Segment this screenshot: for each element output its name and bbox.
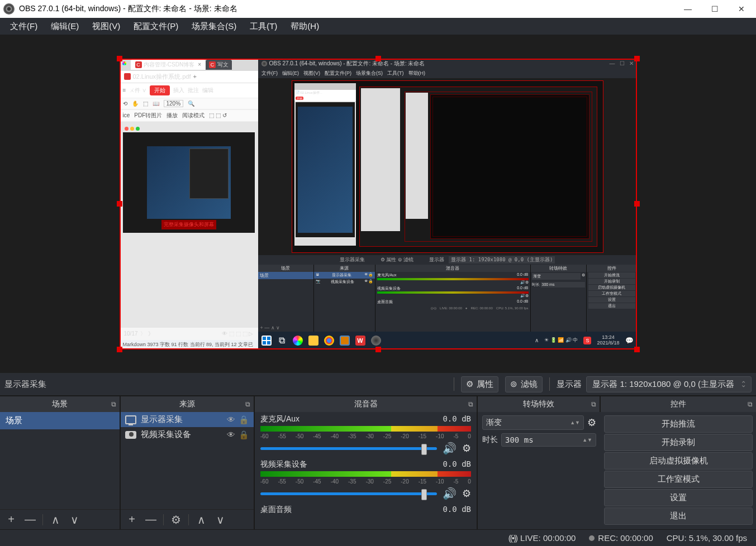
start-stream-button[interactable]: 开始推流 — [604, 415, 753, 433]
source-toolbar-label: 显示器采集 — [4, 379, 46, 390]
source-settings-button[interactable]: ⚙ — [169, 513, 183, 526]
capture-pdf-name: 02.Linux操作系统.pdf — [133, 73, 191, 81]
source-toolbar: 显示器采集 ⚙ 属性 ⊚ 滤镜 显示器 显示器 1: 1920x1080 @ 0… — [0, 373, 756, 395]
start-virtualcam-button[interactable]: 启动虚拟摄像机 — [604, 452, 753, 470]
start-record-button[interactable]: 开始录制 — [604, 434, 753, 451]
source-down-button[interactable]: ∨ — [213, 513, 227, 526]
source-remove-button[interactable]: — — [144, 513, 158, 526]
svg-rect-1 — [267, 337, 270, 340]
popout-icon[interactable]: ⧉ — [111, 400, 116, 408]
popout-icon[interactable]: ⧉ — [748, 400, 753, 408]
sources-panel: 来源⧉ 显示器采集 👁🔒 视频采集设备 👁🔒 + — ⚙ ∧ ∨ — [121, 396, 255, 529]
properties-button[interactable]: ⚙ 属性 — [461, 376, 498, 392]
duration-label: 时长 — [482, 435, 498, 445]
menu-file[interactable]: 文件(F) — [3, 19, 44, 34]
bottom-panels: 场景⧉ 场景 + — ∧ ∨ 来源⧉ 显示器采集 👁🔒 视频采集设备 👁🔒 — [0, 395, 756, 529]
popout-icon[interactable]: ⧉ — [245, 400, 250, 408]
display-select[interactable]: 显示器 1: 1920x1080 @ 0,0 (主显示器 — [586, 376, 752, 392]
mixer-channel-desktop: 桌面音频0.0 dB — [260, 505, 471, 515]
menu-tools[interactable]: 工具(T) — [243, 19, 284, 34]
lock-icon[interactable]: 🔒 — [239, 430, 249, 440]
volume-slider[interactable] — [260, 492, 437, 495]
capture-taskbar-color-icon — [293, 336, 303, 346]
scene-item[interactable]: 场景 — [0, 412, 120, 429]
menubar: 文件(F) 编辑(E) 视图(V) 配置文件(P) 场景集合(S) 工具(T) … — [0, 18, 756, 35]
transitions-title: 转场特效 — [523, 399, 554, 409]
lock-icon[interactable]: 🔒 — [239, 415, 249, 425]
record-dot-icon — [589, 535, 595, 541]
scene-down-button[interactable]: ∨ — [68, 513, 81, 526]
minimize-button[interactable]: — — [681, 2, 695, 16]
capture-browser-tab2: C 写文 — [206, 60, 232, 70]
capture-md-status: Markdown 3973 字数 91 行数 当前行 89, 当前列 12 文章… — [120, 340, 258, 349]
svg-rect-3 — [267, 341, 270, 344]
duration-input[interactable]: 300 ms▲▼ — [501, 433, 596, 447]
sources-title: 来源 — [179, 399, 195, 409]
speaker-icon[interactable]: 🔊 — [443, 442, 457, 455]
monitor-icon — [125, 415, 136, 424]
popout-icon[interactable]: ⧉ — [591, 400, 596, 408]
camera-icon — [125, 431, 136, 439]
scene-add-button[interactable]: + — [4, 513, 18, 526]
source-add-button[interactable]: + — [125, 513, 139, 526]
svg-rect-0 — [263, 337, 266, 340]
menu-profile[interactable]: 配置文件(P) — [127, 19, 185, 34]
menu-edit[interactable]: 编辑(E) — [44, 19, 85, 34]
capture-start-btn: 开始 — [150, 85, 170, 95]
eye-icon[interactable]: 👁 — [227, 415, 235, 425]
scene-remove-button[interactable]: — — [23, 513, 37, 526]
window-title: OBS 27.0.1 (64-bit, windows) - 配置文件: 未命名… — [19, 4, 681, 14]
gear-icon[interactable]: ⚙ — [587, 416, 596, 429]
capture-taskbar-date: 2021/6/18 — [597, 341, 619, 346]
menu-help[interactable]: 帮助(H) — [284, 19, 326, 34]
gear-icon[interactable]: ⚙ — [462, 487, 471, 500]
capture-obs-title: OBS 27.0.1 (64-bit, windows) - 配置文件: 未命名… — [269, 60, 425, 68]
capture-taskbar-wps-icon: W — [355, 336, 365, 346]
capture-slide-title: 完整采集摄像头和屏幕 — [161, 220, 216, 229]
gear-icon[interactable]: ⚙ — [462, 442, 471, 454]
filter-icon: ⊚ — [510, 379, 517, 389]
mixer-title: 混音器 — [354, 399, 378, 409]
eye-icon[interactable]: 👁 — [227, 430, 235, 440]
source-item-display[interactable]: 显示器采集 👁🔒 — [121, 412, 254, 427]
maximize-button[interactable]: ☐ — [708, 2, 721, 16]
capture-taskbar-windows-icon — [261, 336, 272, 346]
settings-button[interactable]: 设置 — [604, 489, 753, 506]
preview-area[interactable]: C内容管理-CSDN博客× C 写文 02.Linux操作系统.pdf + ≡ … — [0, 35, 756, 373]
gear-icon: ⚙ — [466, 379, 473, 389]
scenes-panel: 场景⧉ 场景 + — ∧ ∨ — [0, 396, 121, 529]
capture-browser-tab: C内容管理-CSDN博客× — [131, 60, 206, 70]
source-up-button[interactable]: ∧ — [194, 513, 208, 526]
status-live: LIVE: 00:00:00 — [520, 533, 576, 543]
broadcast-icon — [508, 533, 517, 543]
menu-view[interactable]: 视图(V) — [85, 19, 127, 34]
statusbar: LIVE: 00:00:00 REC: 00:00:00 CPU: 5.1%, … — [0, 529, 756, 546]
mixer-channel-video: 视频采集设备0.0 dB -60-55-50-45-40-35-30-25-20… — [260, 459, 471, 500]
scenes-title: 场景 — [52, 399, 68, 409]
capture-taskbar-explorer-icon — [308, 336, 318, 346]
studio-mode-button[interactable]: 工作室模式 — [604, 471, 753, 488]
capture-taskbar-vm-icon — [340, 336, 350, 346]
preview-content[interactable]: C内容管理-CSDN博客× C 写文 02.Linux操作系统.pdf + ≡ … — [120, 59, 637, 349]
controls-title: 控件 — [671, 399, 686, 409]
filters-button[interactable]: ⊚ 滤镜 — [505, 376, 543, 392]
capture-taskbar-chrome-icon — [324, 336, 334, 346]
scene-up-button[interactable]: ∧ — [49, 513, 62, 526]
display-select-label: 显示器 — [557, 379, 582, 390]
speaker-icon[interactable]: 🔊 — [443, 487, 457, 500]
popout-icon[interactable]: ⧉ — [468, 400, 473, 408]
source-item-camera[interactable]: 视频采集设备 👁🔒 — [121, 427, 254, 442]
menu-scene-collection[interactable]: 场景集合(S) — [185, 19, 243, 34]
exit-button[interactable]: 退出 — [604, 507, 753, 525]
mixer-panel: 混音器⧉ 麦克风/Aux0.0 dB -60-55-50-45-40-35-30… — [255, 396, 478, 529]
svg-rect-2 — [263, 341, 266, 344]
capture-taskbar-taskview-icon: ⧉ — [277, 336, 287, 346]
obs-logo-icon — [3, 3, 15, 15]
status-rec: REC: 00:00:00 — [598, 533, 653, 543]
status-cpu: CPU: 5.1%, 30.00 fps — [667, 533, 747, 543]
close-button[interactable]: ✕ — [735, 2, 748, 16]
controls-panel: 控件⧉ 开始推流 开始录制 启动虚拟摄像机 工作室模式 设置 退出 — [601, 396, 756, 529]
window-titlebar: OBS 27.0.1 (64-bit, windows) - 配置文件: 未命名… — [0, 0, 756, 18]
transition-select[interactable]: 渐变▲▼ — [482, 415, 584, 430]
volume-slider[interactable] — [260, 447, 437, 450]
